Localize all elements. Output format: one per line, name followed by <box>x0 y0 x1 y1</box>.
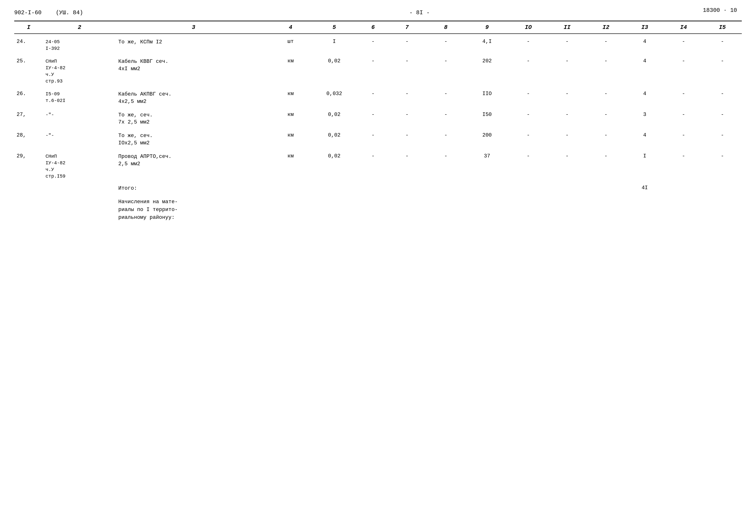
row-num-26: 26. <box>14 86 43 107</box>
row-col13-27: 3 <box>625 107 664 128</box>
row-col9-29: 37 <box>465 148 509 181</box>
row-col6-24: - <box>359 34 388 53</box>
row-col14-28: - <box>664 127 703 148</box>
row-unit-24: шт <box>271 34 310 53</box>
row-col9-28: 200 <box>465 127 509 148</box>
row-col14-29: - <box>664 148 703 181</box>
row-col5-28: 0,02 <box>310 127 359 148</box>
row-ref-25: СНиП IУ-4-82 ч.У стр.93 <box>43 53 116 86</box>
row-col8-29: - <box>426 148 465 181</box>
row-col5-25: 0,02 <box>310 53 359 86</box>
table-row: 28, -"- То же, сеч. IОх2,5 мм2 км 0,02 -… <box>14 127 742 148</box>
row-num-25: 25. <box>14 53 43 86</box>
row-col15-25: - <box>703 53 742 86</box>
col-header-13: I3 <box>625 21 664 34</box>
row-col15-29: - <box>703 148 742 181</box>
row-col7-26: - <box>388 86 426 107</box>
row-col6-26: - <box>359 86 388 107</box>
row-col6-25: - <box>359 53 388 86</box>
row-ref-27: -"- <box>43 107 116 128</box>
row-col7-29: - <box>388 148 426 181</box>
row-col8-27: - <box>426 107 465 128</box>
page-label: - 8I - <box>97 10 742 16</box>
row-col15-26: - <box>703 86 742 107</box>
row-num-29: 29, <box>14 148 43 181</box>
row-col7-24: - <box>388 34 426 53</box>
row-col12-27: - <box>586 107 625 128</box>
col-header-11: II <box>548 21 586 34</box>
row-ref-24: 24-05 I-392 <box>43 34 116 53</box>
row-col10-25: - <box>509 53 548 86</box>
row-desc-25: Кабель КВВГ сеч. 4хI мм2 <box>116 53 271 86</box>
table-row: 27, -"- То же, сеч. 7х 2,5 мм2 км 0,02 -… <box>14 107 742 128</box>
row-ref-26: I5-09 т.6-02I <box>43 86 116 107</box>
row-col12-24: - <box>586 34 625 53</box>
row-col8-25: - <box>426 53 465 86</box>
row-col11-24: - <box>548 34 586 53</box>
row-col14-25: - <box>664 53 703 86</box>
col-header-12: I2 <box>586 21 625 34</box>
doc-sheet-ref: (УШ. 84) <box>56 10 83 16</box>
doc-header: 902-I-60 (УШ. 84) - 8I - <box>14 10 742 16</box>
row-desc-24: То же, КСПм I2 <box>116 34 271 53</box>
row-col9-24: 4,I <box>465 34 509 53</box>
row-col14-26: - <box>664 86 703 107</box>
col-header-3: 3 <box>116 21 271 34</box>
col-header-4: 4 <box>271 21 310 34</box>
itogo-row: Итого: 4I <box>14 181 742 193</box>
doc-code: 902-I-60 <box>14 10 41 16</box>
row-col10-28: - <box>509 127 548 148</box>
row-col10-29: - <box>509 148 548 181</box>
table-row: 26. I5-09 т.6-02I Кабель АКПВГ сеч. 4х2,… <box>14 86 742 107</box>
row-ref-29: СНиП IУ-4-82 ч.У стр.I59 <box>43 148 116 181</box>
row-col12-28: - <box>586 127 625 148</box>
itogo-col1 <box>14 181 43 193</box>
col-header-8: 8 <box>426 21 465 34</box>
row-col12-29: - <box>586 148 625 181</box>
row-num-27: 27, <box>14 107 43 128</box>
row-col10-24: - <box>509 34 548 53</box>
nachisleniya-row: Начисления на мате- риалы по I террито- … <box>14 193 742 223</box>
row-col7-25: - <box>388 53 426 86</box>
itogo-label: Итого: <box>116 181 271 193</box>
itogo-col2 <box>43 181 116 193</box>
row-unit-28: км <box>271 127 310 148</box>
nachisleniya-label: Начисления на мате- риалы по I террито- … <box>116 193 271 223</box>
row-col8-28: - <box>426 127 465 148</box>
row-col9-25: 202 <box>465 53 509 86</box>
col-header-6: 6 <box>359 21 388 34</box>
row-col10-26: - <box>509 86 548 107</box>
row-num-28: 28, <box>14 127 43 148</box>
row-ref-28: -"- <box>43 127 116 148</box>
itogo-col13: 4I <box>625 181 664 193</box>
col-header-9: 9 <box>465 21 509 34</box>
row-desc-26: Кабель АКПВГ сеч. 4х2,5 мм2 <box>116 86 271 107</box>
row-col11-26: - <box>548 86 586 107</box>
table-row: 29, СНиП IУ-4-82 ч.У стр.I59 Провод АПРТ… <box>14 148 742 181</box>
row-col6-28: - <box>359 127 388 148</box>
row-col11-29: - <box>548 148 586 181</box>
col-header-7: 7 <box>388 21 426 34</box>
row-col13-28: 4 <box>625 127 664 148</box>
row-col9-26: IIO <box>465 86 509 107</box>
row-col15-28: - <box>703 127 742 148</box>
col-header-14: I4 <box>664 21 703 34</box>
row-col15-27: - <box>703 107 742 128</box>
row-desc-29: Провод АПРТО,сеч. 2,5 мм2 <box>116 148 271 181</box>
row-col7-27: - <box>388 107 426 128</box>
table-row: 25. СНиП IУ-4-82 ч.У стр.93 Кабель КВВГ … <box>14 53 742 86</box>
column-headers: I 2 3 4 5 6 7 8 9 IO II I2 I3 I4 I5 <box>14 21 742 34</box>
main-table-container: I 2 3 4 5 6 7 8 9 IO II I2 I3 I4 I5 24. <box>14 21 742 223</box>
row-col5-29: 0,02 <box>310 148 359 181</box>
row-col15-24: - <box>703 34 742 53</box>
row-desc-28: То же, сеч. IОх2,5 мм2 <box>116 127 271 148</box>
row-col10-27: - <box>509 107 548 128</box>
row-desc-27: То же, сеч. 7х 2,5 мм2 <box>116 107 271 128</box>
row-col11-28: - <box>548 127 586 148</box>
row-unit-25: км <box>271 53 310 86</box>
row-col13-29: I <box>625 148 664 181</box>
row-unit-29: км <box>271 148 310 181</box>
row-num-24: 24. <box>14 34 43 53</box>
row-col11-27: - <box>548 107 586 128</box>
col-header-2: 2 <box>43 21 116 34</box>
